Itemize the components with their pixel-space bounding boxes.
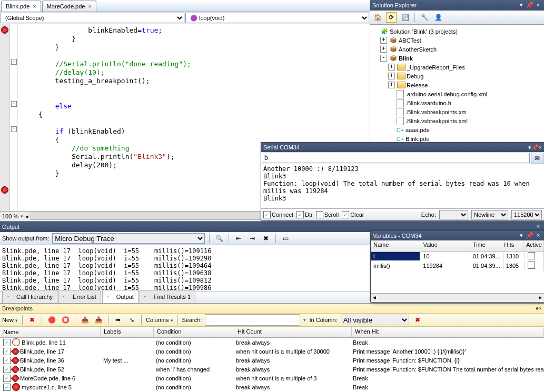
echo-label: Echo: <box>421 212 436 218</box>
close-icon[interactable]: × <box>33 3 36 9</box>
in-column-select[interactable]: All visible <box>341 315 409 325</box>
baud-select[interactable]: 115200 <box>511 210 542 219</box>
serial-input[interactable] <box>262 153 530 163</box>
tree-node[interactable]: +Release <box>370 81 544 89</box>
fold-margin[interactable]: - - - <box>10 24 18 211</box>
scroll-check[interactable]: Scroll <box>316 211 339 218</box>
solution-explorer-toolbar: 🏠 ⟳ 🔃 🔧 👤 <box>370 11 544 25</box>
glyph-margin[interactable] <box>0 24 10 211</box>
bottom-tab[interactable]: ▫Output <box>102 290 139 303</box>
dropdown-icon[interactable]: ▾ <box>518 2 525 9</box>
close-icon[interactable]: × <box>535 2 542 9</box>
in-column-label: In Column: <box>309 317 337 323</box>
clear-check[interactable]: ✓ Clear <box>342 211 364 218</box>
close-icon[interactable]: × <box>535 223 542 230</box>
tree-node[interactable]: .Blink.vsbreakpoints.xml <box>370 116 544 125</box>
close-icon[interactable]: × <box>539 144 542 150</box>
tree-node[interactable]: .arduino.serial.debug.config.xml <box>370 89 544 98</box>
breakpoint-row[interactable]: ✓Blink.pde, line 11(no condition)break a… <box>0 338 544 347</box>
show-all-icon[interactable]: 👤 <box>433 12 443 23</box>
tree-node[interactable]: +📦AnotherSketch <box>370 45 544 54</box>
lineend-select[interactable]: Newline <box>471 210 508 219</box>
clear-icon[interactable]: ✖ <box>261 233 271 244</box>
prev-icon[interactable]: ⇤ <box>233 233 244 244</box>
dropdown-icon[interactable]: ▾ <box>518 232 525 239</box>
export-icon[interactable]: 📤 <box>80 315 90 325</box>
breakpoint-row[interactable]: ✓Blink.pde, line 17(no condition)when hi… <box>0 347 544 356</box>
scope-bar: (Global Scope) 🟣 loop(void) <box>0 12 370 24</box>
breakpoint-row[interactable]: ✓Blink.pde, line 36My test ...(no condit… <box>0 356 544 365</box>
tree-node[interactable]: -📦Blink <box>370 54 544 63</box>
home-icon[interactable]: 🏠 <box>372 12 383 23</box>
output-source-select[interactable]: Micro Debug Trace <box>52 233 205 244</box>
tree-node[interactable]: +📦ABCTest <box>370 36 544 45</box>
tree-node[interactable]: +Debug <box>370 72 544 81</box>
solution-explorer-header: Solution Explorer ▾ 📌 × <box>370 0 544 11</box>
sync-icon[interactable]: 🔃 <box>400 12 410 23</box>
delete-icon[interactable]: ✖ <box>27 315 37 325</box>
tree-node[interactable]: .Blink.vsarduino.h <box>370 98 544 107</box>
pin-icon[interactable]: 📌 <box>526 2 533 9</box>
import-icon[interactable]: 📥 <box>93 315 104 325</box>
tree-node[interactable]: .Blink.vsbreakpoints.xm <box>370 107 544 116</box>
breakpoint-row[interactable]: ✓mysource1.c, line 5(no condition)break … <box>0 383 544 391</box>
editor-tab[interactable]: MoreCode.pde× <box>42 1 96 12</box>
search-label: Search: <box>182 317 202 323</box>
pin-icon[interactable]: 📌 <box>531 144 539 151</box>
breakpoint-row[interactable]: ✓MoreCode.pde, line 6(no condition)when … <box>0 374 544 383</box>
next-icon[interactable]: ⇥ <box>247 233 258 244</box>
close-icon[interactable]: × <box>535 232 542 239</box>
refresh-icon[interactable]: ⟳ <box>386 12 397 23</box>
breakpoints-header: Breakpoints ▾ × <box>0 304 544 314</box>
scope-right-select[interactable]: 🟣 loop(void) <box>185 13 369 23</box>
breakpoints-toolbar: New ▾ ✖ 🔴 ⭕ 📤 📥 ➡ ↘ Columns ▾ Search: ▾ … <box>0 314 544 327</box>
goto-icon[interactable]: ➡ <box>113 315 123 325</box>
bottom-tab[interactable]: ▫Call Hierarchy <box>2 290 57 303</box>
bp-disabled-icon[interactable]: ⭕ <box>60 315 71 325</box>
goto2-icon[interactable]: ↘ <box>126 315 137 325</box>
variable-row[interactable]: millis()11928401:04:39...1305 <box>371 261 544 270</box>
scope-left-select[interactable]: (Global Scope) <box>1 13 184 23</box>
bottom-tab[interactable]: ▫Find Results 1 <box>140 290 195 303</box>
variables-panel: Variables - COM34 ▾ 📌 × NameValueTimeHit… <box>370 230 544 303</box>
wrap-icon[interactable]: ▭ <box>280 233 291 244</box>
connect-check[interactable]: ✓ Connect <box>263 211 293 218</box>
variable-row[interactable]: i1001:04:39...1310 <box>371 252 544 261</box>
close-icon[interactable]: × <box>539 305 542 311</box>
zoom-level[interactable]: 100 % <box>2 213 18 219</box>
editor-tab[interactable]: Blink.pde× <box>1 1 41 12</box>
breakpoint-row[interactable]: ✓Blink.pde, line 52when 'i' has changedb… <box>0 365 544 374</box>
tree-node[interactable]: +_UpgradeReport_Files <box>370 63 544 72</box>
search-input[interactable] <box>205 314 300 326</box>
close-icon[interactable]: × <box>88 3 91 9</box>
output-source-label: Show output from: <box>2 235 49 242</box>
new-button[interactable]: New ▾ <box>2 317 18 323</box>
bottom-tab[interactable]: ▫Error List <box>58 290 101 303</box>
editor-tabs: Blink.pde×MoreCode.pde× <box>0 0 370 12</box>
tree-node[interactable]: C+aaaa.pde <box>370 125 544 134</box>
serial-panel: Serial COM34 ▾ 📌 × ✉ Another 10000 :) 8/… <box>261 142 544 221</box>
columns-button[interactable]: Columns ▾ <box>146 317 173 323</box>
variables-title: Variables - COM34 <box>373 233 517 239</box>
echo-select[interactable] <box>439 210 468 219</box>
dtr-check[interactable]: ✓ Dtr <box>296 211 313 218</box>
properties-icon[interactable]: 🔧 <box>419 12 430 23</box>
serial-output[interactable]: Another 10000 :) 8/119123 Blink3 Functio… <box>261 164 544 208</box>
find-icon[interactable]: 🔍 <box>214 233 224 244</box>
pin-icon[interactable]: 📌 <box>526 232 533 239</box>
bp-red-icon[interactable]: 🔴 <box>46 315 57 325</box>
serial-send-button[interactable]: ✉ <box>531 153 543 164</box>
serial-title: Serial COM34 <box>263 144 528 150</box>
clear-search-icon[interactable]: ✖ <box>412 315 423 325</box>
